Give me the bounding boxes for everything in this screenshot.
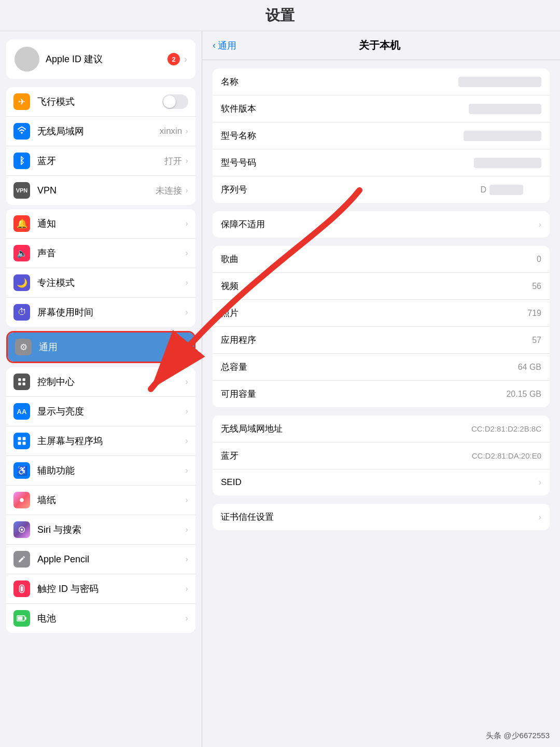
chevron-icon: › xyxy=(185,307,188,317)
sidebar-item-pencil[interactable]: Apple Pencil › xyxy=(6,545,195,574)
apps-label: 应用程序 xyxy=(221,334,256,346)
chevron-icon: › xyxy=(539,478,541,487)
chevron-icon: › xyxy=(185,436,188,446)
notification-label: 通知 xyxy=(37,217,185,230)
sidebar-item-siri[interactable]: Siri 与搜索 › xyxy=(6,515,195,545)
page-title: 设置 xyxy=(265,6,295,25)
wifi-label: 无线局域网 xyxy=(37,125,160,137)
vpn-icon: VPN xyxy=(13,182,30,199)
top-bar: 设置 xyxy=(0,0,560,31)
info-row-apps: 应用程序 57 xyxy=(213,327,550,354)
wifi-address-value: CC:D2:81:D2:2B:8C xyxy=(471,424,541,433)
sidebar-item-general[interactable]: ⚙ 通用 xyxy=(8,333,194,362)
connectivity-group: ✈ 飞行模式 无线局域网 xinxin › xyxy=(6,87,195,205)
sidebar-item-airplane[interactable]: ✈ 飞行模式 xyxy=(6,87,195,117)
vpn-value: 未连接 xyxy=(156,185,182,197)
watermark: 头条 @少6672553 xyxy=(486,731,550,741)
notification-icon: 🔔 xyxy=(13,215,30,232)
back-chevron-icon: ‹ xyxy=(213,40,216,51)
sidebar-item-touchid[interactable]: 触控 ID 与密码 › xyxy=(6,574,195,604)
sidebar-item-focus[interactable]: 🌙 专注模式 › xyxy=(6,268,195,298)
touchid-icon xyxy=(13,580,30,597)
svg-rect-5 xyxy=(23,437,26,440)
battery-label: 电池 xyxy=(37,612,185,625)
info-row-photos: 照片 719 xyxy=(213,300,550,327)
sidebar-item-wifi[interactable]: 无线局域网 xinxin › xyxy=(6,117,195,146)
cert-group: 证书信任设置 › xyxy=(213,504,550,530)
available-capacity-label: 可用容量 xyxy=(221,388,256,400)
chevron-icon: › xyxy=(185,406,188,417)
chevron-icon: › xyxy=(539,220,541,229)
sidebar-item-vpn[interactable]: VPN VPN 未连接 › xyxy=(6,176,195,205)
model-name-label: 型号名称 xyxy=(221,130,256,142)
svg-rect-13 xyxy=(18,617,23,620)
photos-value: 719 xyxy=(527,309,541,318)
right-header: ‹ 通用 关于本机 xyxy=(202,31,560,60)
seid-label: SEID xyxy=(221,477,242,488)
display-icon: AA xyxy=(13,403,30,420)
info-row-name: 名称 xyxy=(213,68,550,95)
sidebar-item-display[interactable]: AA 显示与亮度 › xyxy=(6,397,195,426)
model-name-value xyxy=(464,131,541,141)
airplane-icon: ✈ xyxy=(13,93,30,110)
sidebar-item-screen-time[interactable]: ⏱ 屏幕使用时间 › xyxy=(6,298,195,327)
software-label: 软件版本 xyxy=(221,103,256,115)
apps-value: 57 xyxy=(532,336,541,345)
right-panel-title: 关于本机 xyxy=(241,38,519,52)
sidebar-item-home[interactable]: 主屏幕与程序坞 › xyxy=(6,426,195,456)
control-label: 控制中心 xyxy=(37,376,185,388)
sound-label: 声音 xyxy=(37,247,185,259)
sidebar-item-accessibility[interactable]: ♿ 辅助功能 › xyxy=(6,456,195,486)
sidebar-item-control[interactable]: 控制中心 › xyxy=(6,367,195,397)
focus-icon: 🌙 xyxy=(13,274,30,291)
apple-id-left: Apple ID 建议 xyxy=(15,47,103,72)
bluetooth-address-value: CC:D2:81:DA:20:E0 xyxy=(472,451,541,460)
airplane-label: 飞行模式 xyxy=(37,95,162,108)
info-row-cert[interactable]: 证书信任设置 › xyxy=(213,504,550,530)
chevron-icon: › xyxy=(185,465,188,476)
back-button[interactable]: ‹ 通用 xyxy=(213,39,236,52)
battery-icon xyxy=(13,610,30,627)
chevron-icon: › xyxy=(185,584,188,594)
apple-id-card[interactable]: Apple ID 建议 2 › xyxy=(6,39,195,79)
info-row-seid[interactable]: SEID › xyxy=(213,469,550,495)
info-row-serial: 序列号 D xyxy=(213,176,550,203)
home-icon xyxy=(13,433,30,449)
info-row-warranty[interactable]: 保障不适用 › xyxy=(213,211,550,238)
vpn-label: VPN xyxy=(37,185,156,196)
sidebar-item-battery[interactable]: 电池 › xyxy=(6,604,195,633)
name-label: 名称 xyxy=(221,76,239,88)
name-value xyxy=(458,77,541,87)
chevron-icon: › xyxy=(185,377,188,387)
general-highlight-border: ⚙ 通用 xyxy=(6,331,195,363)
svg-rect-4 xyxy=(18,437,21,440)
screen-time-label: 屏幕使用时间 xyxy=(37,306,185,319)
cert-label: 证书信任设置 xyxy=(221,511,274,523)
sidebar-item-wallpaper[interactable]: 墙纸 › xyxy=(6,486,195,515)
svg-rect-1 xyxy=(23,378,25,381)
info-row-model-name: 型号名称 xyxy=(213,122,550,149)
chevron-icon: › xyxy=(185,554,188,564)
back-label: 通用 xyxy=(218,39,236,52)
sidebar-item-sound[interactable]: 🔈 声音 › xyxy=(6,239,195,268)
warranty-label: 保障不适用 xyxy=(221,218,265,230)
sidebar-item-bluetooth[interactable]: ᛒ 蓝牙 打开 › xyxy=(6,146,195,176)
control-icon xyxy=(13,374,30,390)
wifi-icon xyxy=(13,123,30,140)
right-content: 名称 软件版本 型号名称 型号号码 xyxy=(202,60,560,547)
airplane-toggle[interactable] xyxy=(162,94,188,109)
info-row-wifi-address: 无线局域网地址 CC:D2:81:D2:2B:8C xyxy=(213,416,550,442)
wallpaper-icon xyxy=(13,492,30,508)
chevron-icon: › xyxy=(185,524,188,535)
accessibility-icon: ♿ xyxy=(13,462,30,479)
screen-time-icon: ⏱ xyxy=(13,304,30,321)
chevron-icon: › xyxy=(185,218,188,229)
info-row-bluetooth-address: 蓝牙 CC:D2:81:DA:20:E0 xyxy=(213,442,550,469)
sidebar-item-notification[interactable]: 🔔 通知 › xyxy=(6,209,195,239)
svg-rect-12 xyxy=(25,617,26,620)
basic-info-group: 名称 软件版本 型号名称 型号号码 xyxy=(213,68,550,203)
sidebar: Apple ID 建议 2 › ✈ 飞行模式 xyxy=(0,31,202,747)
info-row-videos: 视频 56 xyxy=(213,273,550,300)
accessibility-label: 辅助功能 xyxy=(37,464,185,477)
more-settings-group: 控制中心 › AA 显示与亮度 › xyxy=(6,367,195,633)
